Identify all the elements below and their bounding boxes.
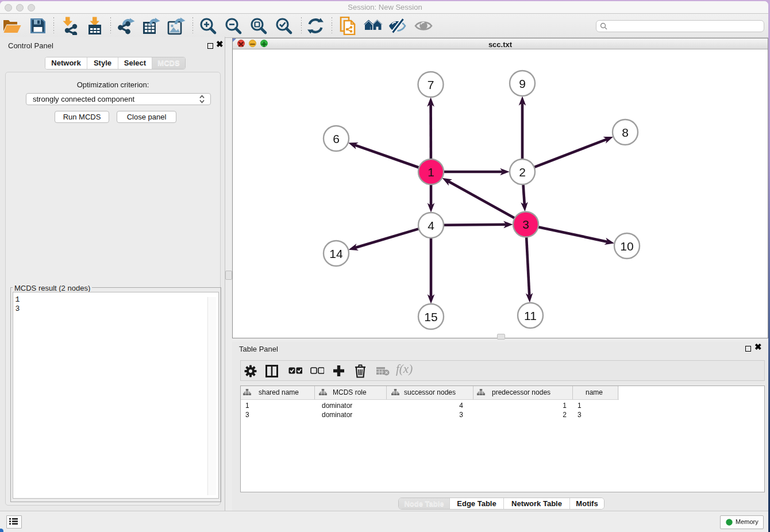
- svg-text:1: 1: [428, 165, 434, 178]
- svg-text:3: 3: [522, 218, 529, 231]
- svg-text:10: 10: [620, 239, 633, 252]
- svg-text:7: 7: [428, 78, 434, 91]
- svg-text:9: 9: [519, 76, 526, 90]
- svg-text:14: 14: [329, 246, 343, 260]
- svg-text:15: 15: [424, 310, 437, 323]
- svg-text:6: 6: [333, 132, 340, 145]
- svg-text:4: 4: [428, 218, 434, 232]
- svg-text:2: 2: [519, 165, 526, 178]
- svg-text:11: 11: [524, 309, 537, 322]
- svg-text:8: 8: [622, 125, 629, 138]
